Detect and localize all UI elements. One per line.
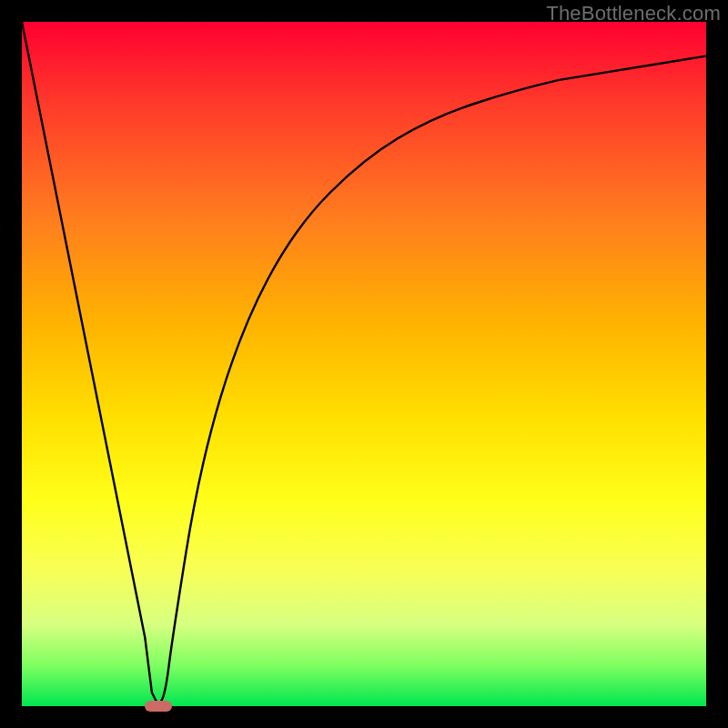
optimal-point-marker [145,701,172,711]
chart-curve-svg [22,22,706,706]
watermark-text: TheBottleneck.com [546,2,721,25]
bottleneck-curve [22,22,706,703]
